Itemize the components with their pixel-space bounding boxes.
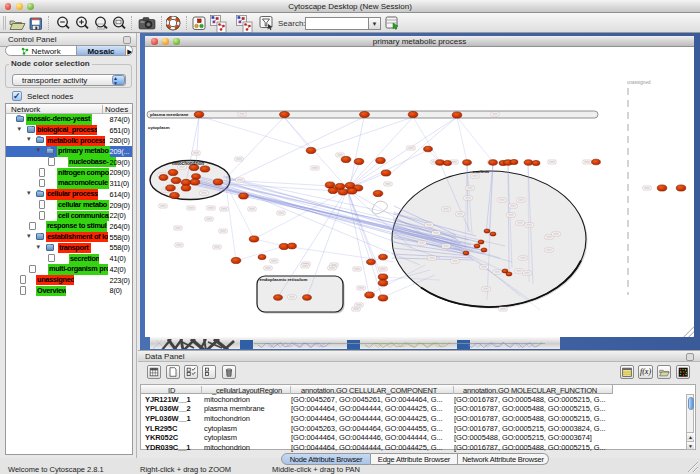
svg-text:endoplasmic reticulum: endoplasmic reticulum (260, 277, 308, 282)
svg-text:plasma membrane: plasma membrane (150, 112, 189, 117)
svg-text:cytoplasm: cytoplasm (148, 125, 170, 130)
svg-text:unassigned: unassigned (627, 80, 651, 85)
svg-text:nucleus: nucleus (473, 169, 490, 174)
svg-text:mitochondrion: mitochondrion (172, 161, 204, 166)
